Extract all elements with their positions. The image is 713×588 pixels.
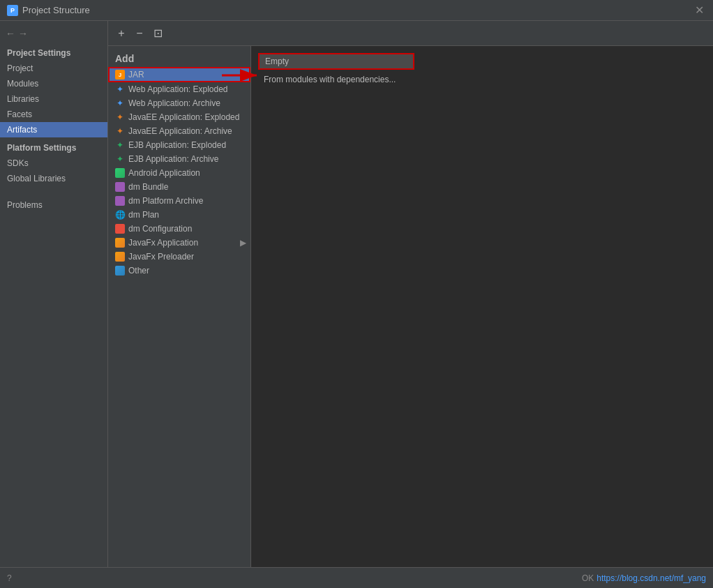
content-area: + − ⊡ Add J JAR ✦ Web Application: Explo… bbox=[108, 21, 713, 567]
from-modules-option[interactable]: From modules with dependencies... bbox=[258, 73, 412, 86]
dm-config-icon bbox=[115, 224, 125, 234]
menu-item-jar[interactable]: J JAR bbox=[108, 67, 250, 82]
nav-arrows: ← → bbox=[0, 24, 107, 43]
submenu-arrow-icon: ▶ bbox=[240, 238, 246, 248]
ejb-archive-icon: ✦ bbox=[115, 154, 125, 164]
help-icon[interactable]: ? bbox=[7, 573, 12, 583]
ok-label[interactable]: OK bbox=[582, 573, 594, 583]
other-icon bbox=[115, 266, 125, 276]
menu-item-ejb-archive[interactable]: ✦ EJB Application: Archive bbox=[108, 152, 250, 166]
javafx-app-icon bbox=[115, 238, 125, 248]
title-bar-left: P Project Structure bbox=[7, 5, 90, 16]
ejb-exploded-icon: ✦ bbox=[115, 140, 125, 150]
sidebar-item-modules[interactable]: Modules bbox=[0, 76, 107, 91]
sidebar-item-artifacts[interactable]: Artifacts bbox=[0, 122, 107, 137]
menu-item-javafx-preloader[interactable]: JavaFx Preloader bbox=[108, 250, 250, 264]
menu-item-javaee-exploded[interactable]: ✦ JavaEE Application: Exploded bbox=[108, 110, 250, 124]
title-bar: P Project Structure ✕ bbox=[0, 0, 713, 21]
javaee-archive-icon: ✦ bbox=[115, 126, 125, 136]
close-button[interactable]: ✕ bbox=[692, 3, 706, 17]
project-settings-title: Project Settings bbox=[0, 43, 107, 61]
javafx-preloader-icon bbox=[115, 252, 125, 262]
menu-panel: Add J JAR ✦ Web Application: Exploded ✦ … bbox=[108, 46, 251, 567]
menu-item-android[interactable]: Android Application bbox=[108, 166, 250, 180]
back-arrow[interactable]: ← bbox=[6, 28, 15, 39]
javaee-exploded-icon: ✦ bbox=[115, 112, 125, 122]
url-label: https://blog.csdn.net/mf_yang bbox=[596, 573, 706, 583]
menu-item-dm-config[interactable]: dm Configuration bbox=[108, 222, 250, 236]
sidebar-item-project[interactable]: Project bbox=[0, 61, 107, 76]
sidebar-item-facets[interactable]: Facets bbox=[0, 107, 107, 122]
sidebar-item-libraries[interactable]: Libraries bbox=[0, 91, 107, 107]
web-exploded-icon: ✦ bbox=[115, 84, 125, 94]
web-archive-icon: ✦ bbox=[115, 98, 125, 108]
copy-button[interactable]: ⊡ bbox=[150, 26, 165, 41]
main-layout: ← → Project Settings Project Modules Lib… bbox=[0, 21, 713, 567]
menu-item-ejb-exploded[interactable]: ✦ EJB Application: Exploded bbox=[108, 138, 250, 152]
dm-plan-icon: 🌐 bbox=[115, 210, 125, 220]
empty-option[interactable]: Empty bbox=[260, 54, 413, 68]
menu-item-dm-plan[interactable]: 🌐 dm Plan bbox=[108, 208, 250, 222]
empty-option-container: Empty bbox=[258, 53, 414, 70]
add-button[interactable]: + bbox=[114, 26, 129, 41]
right-panel: Empty From modules with dependencies... bbox=[251, 46, 713, 567]
sidebar: ← → Project Settings Project Modules Lib… bbox=[0, 21, 108, 567]
menu-item-web-exploded[interactable]: ✦ Web Application: Exploded bbox=[108, 82, 250, 96]
menu-item-other[interactable]: Other bbox=[108, 264, 250, 278]
content-panel: Add J JAR ✦ Web Application: Exploded ✦ … bbox=[108, 46, 713, 567]
app-icon: P bbox=[7, 5, 18, 16]
status-right: OK https://blog.csdn.net/mf_yang bbox=[582, 573, 706, 583]
platform-settings-title: Platform Settings bbox=[0, 137, 107, 156]
sidebar-item-sdks[interactable]: SDKs bbox=[0, 156, 107, 171]
window-title: Project Structure bbox=[22, 5, 90, 15]
toolbar: + − ⊡ bbox=[108, 21, 713, 46]
menu-item-javafx-app[interactable]: JavaFx Application ▶ bbox=[108, 236, 250, 250]
android-icon bbox=[115, 168, 125, 178]
jar-icon: J bbox=[115, 70, 125, 80]
sidebar-item-global-libraries[interactable]: Global Libraries bbox=[0, 171, 107, 186]
sidebar-item-problems[interactable]: Problems bbox=[0, 197, 107, 213]
forward-arrow[interactable]: → bbox=[18, 28, 28, 39]
status-bar: ? OK https://blog.csdn.net/mf_yang bbox=[0, 567, 713, 588]
menu-item-dm-bundle[interactable]: dm Bundle bbox=[108, 180, 250, 194]
dm-bundle-icon bbox=[115, 182, 125, 192]
dm-platform-icon bbox=[115, 196, 125, 206]
menu-item-web-archive[interactable]: ✦ Web Application: Archive bbox=[108, 96, 250, 110]
add-section-label: Add bbox=[108, 49, 250, 67]
remove-button[interactable]: − bbox=[132, 26, 147, 41]
menu-item-dm-platform[interactable]: dm Platform Archive bbox=[108, 194, 250, 208]
menu-item-javaee-archive[interactable]: ✦ JavaEE Application: Archive bbox=[108, 124, 250, 138]
jar-row: Empty bbox=[258, 53, 706, 70]
